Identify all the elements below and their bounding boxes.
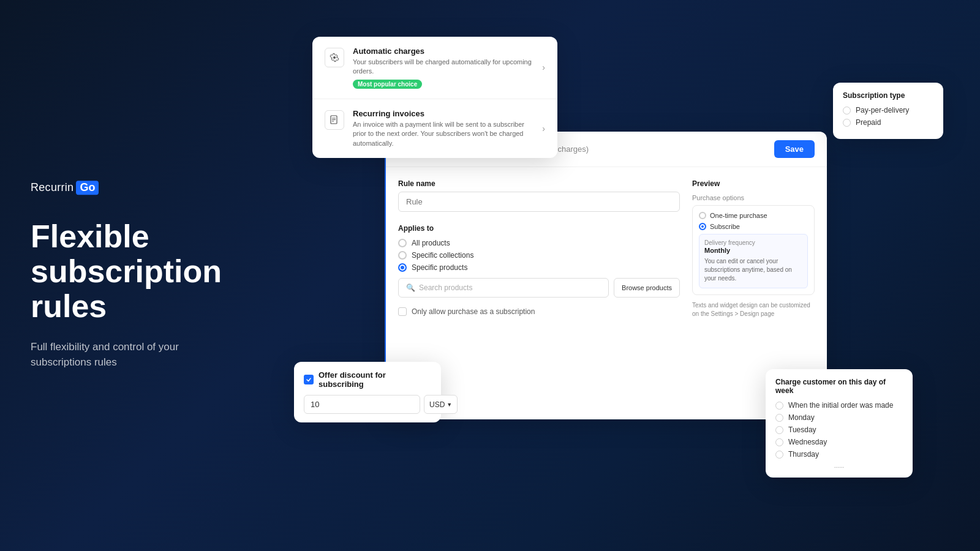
pay-per-delivery-label: Pay-per-delivery: [856, 106, 909, 114]
delivery-freq-label: Delivery frequency: [704, 239, 802, 246]
left-panel: RecurrinGo Flexiblesubscription rules Fu…: [31, 181, 263, 370]
discount-checkbox-checked[interactable]: [304, 375, 314, 384]
purchase-options-label: Purchase options: [692, 194, 815, 201]
prepaid-label: Prepaid: [856, 118, 881, 127]
search-icon: 🔍: [406, 283, 415, 292]
radio-initial: [775, 402, 783, 410]
discount-header: Offer discount for subscribing: [304, 370, 431, 389]
card-charge-type: Automatic charges Your subscribers will …: [312, 37, 557, 158]
initial-order-option[interactable]: When the initial order was made: [775, 401, 903, 410]
discount-title: Offer discount for subscribing: [318, 370, 431, 389]
subscribe-option[interactable]: Subscribe: [699, 223, 808, 230]
rule-name-input[interactable]: [398, 192, 680, 212]
form-right-preview: Preview Purchase options One-time purcha…: [692, 179, 815, 318]
pay-per-delivery-option[interactable]: Pay-per-delivery: [843, 106, 933, 114]
radio-label: All products: [412, 239, 450, 247]
one-time-label: One-time purchase: [710, 212, 767, 219]
monday-option[interactable]: Monday: [775, 413, 903, 422]
card-charge-day: Charge customer on this day of week When…: [766, 369, 913, 478]
monday-label: Monday: [788, 413, 815, 422]
discount-input-row: USD ▼: [304, 395, 431, 414]
preview-card: One-time purchase Subscribe Delivery fre…: [692, 205, 815, 295]
delivery-freq-value: Monthly: [704, 247, 802, 254]
preview-radio: [699, 212, 706, 219]
radio-specific-products[interactable]: Specific products: [398, 263, 680, 272]
only-subscription-checkbox[interactable]: [398, 307, 407, 316]
thursday-option[interactable]: Thursday: [775, 450, 903, 459]
form-left: Rule name Applies to All products Specif…: [398, 179, 680, 318]
wednesday-label: Wednesday: [788, 438, 827, 446]
preview-desc: You can edit or cancel your subscription…: [704, 257, 802, 283]
radio-monday: [775, 414, 783, 422]
search-products-input[interactable]: 🔍 Search products: [398, 278, 609, 298]
subscription-type-title: Subscription type: [843, 91, 933, 100]
automatic-charges-content: Automatic charges Your subscribers will …: [353, 47, 533, 89]
card-discount: Offer discount for subscribing USD ▼: [294, 362, 441, 422]
tuesday-label: Tuesday: [788, 425, 816, 434]
applies-to-label: Applies to: [398, 224, 680, 233]
radio-circle-selected: [398, 263, 407, 272]
recurring-invoices-content: Recurring invoices An invoice with a pay…: [353, 109, 533, 148]
search-placeholder-text: Search products: [419, 283, 472, 292]
discount-currency-selector[interactable]: USD ▼: [424, 395, 458, 414]
automatic-charges-item[interactable]: Automatic charges Your subscribers will …: [312, 37, 557, 99]
save-button[interactable]: Save: [774, 140, 815, 158]
radio-pay-per-delivery: [843, 107, 851, 114]
search-row: 🔍 Search products Browse products: [398, 278, 680, 298]
recurring-invoices-item[interactable]: Recurring invoices An invoice with a pay…: [312, 99, 557, 158]
charge-day-title: Charge customer on this day of week: [775, 378, 903, 395]
only-subscription-label: Only allow purchase as a subscription: [412, 307, 535, 316]
radio-specific-collections[interactable]: Specific collections: [398, 251, 680, 260]
radio-circle: [398, 239, 407, 247]
logo-go: Go: [76, 181, 99, 195]
form-body: Rule name Applies to All products Specif…: [386, 167, 827, 331]
radio-thursday: [775, 451, 783, 459]
invoice-icon: [325, 110, 344, 130]
card-subscription-type: Subscription type Pay-per-delivery Prepa…: [833, 83, 943, 139]
tuesday-option[interactable]: Tuesday: [775, 425, 903, 434]
prepaid-option[interactable]: Prepaid: [843, 118, 933, 127]
radio-label: Specific products: [412, 263, 467, 272]
automatic-charges-title: Automatic charges: [353, 47, 533, 56]
currency-arrow-icon: ▼: [447, 402, 452, 408]
right-panel: Automatic charges Your subscribers will …: [294, 37, 943, 514]
hero-title: Flexiblesubscription rules: [31, 219, 263, 324]
arrow-icon-2: ›: [542, 124, 545, 133]
discount-value-input[interactable]: [304, 395, 420, 414]
radio-tuesday: [775, 426, 783, 434]
rule-name-label: Rule name: [398, 179, 680, 188]
applies-to-options: All products Specific collections Specif…: [398, 239, 680, 272]
popular-badge: Most popular choice: [353, 80, 422, 89]
recurring-invoices-desc: An invoice with a payment link will be s…: [353, 120, 533, 148]
radio-label: Specific collections: [412, 251, 473, 260]
logo-text: Recurrin: [31, 181, 74, 194]
subscribe-label-text: Subscribe: [710, 223, 740, 230]
radio-prepaid: [843, 119, 851, 127]
customize-text: Texts and widget design can be customize…: [692, 301, 815, 318]
preview-title: Preview: [692, 179, 815, 188]
logo: RecurrinGo: [31, 181, 263, 195]
arrow-icon: ›: [542, 62, 545, 72]
thursday-label: Thursday: [788, 450, 819, 459]
radio-circle: [398, 251, 407, 260]
subscribe-details: Delivery frequency Monthly You can edit …: [699, 234, 808, 288]
one-time-purchase-option[interactable]: One-time purchase: [699, 212, 808, 219]
hero-subtitle: Full flexibility and control of yoursubs…: [31, 339, 263, 370]
automatic-charges-desc: Your subscribers will be charged automat…: [353, 58, 533, 77]
currency-text: USD: [429, 400, 445, 409]
preview-radio-active: [699, 223, 706, 230]
gear-icon: [325, 48, 344, 67]
card-main-form: ← New subscription rule (automatic charg…: [386, 132, 827, 419]
radio-wednesday: [775, 438, 783, 446]
initial-order-label: When the initial order was made: [788, 401, 893, 410]
browse-products-button[interactable]: Browse products: [614, 278, 680, 298]
only-subscription-row: Only allow purchase as a subscription: [398, 307, 680, 316]
wednesday-option[interactable]: Wednesday: [775, 438, 903, 446]
radio-all-products[interactable]: All products: [398, 239, 680, 247]
more-options-dots: ......: [775, 462, 903, 469]
recurring-invoices-title: Recurring invoices: [353, 109, 533, 118]
